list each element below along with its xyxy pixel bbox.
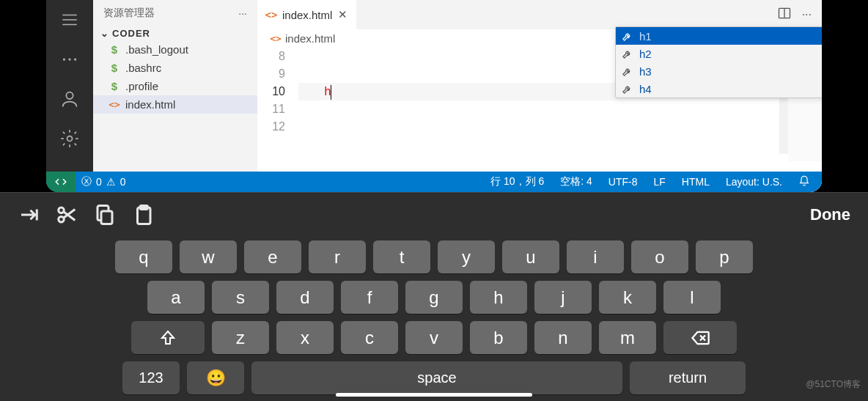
key-u[interactable]: u [502,240,559,273]
account-icon[interactable] [59,88,81,110]
warning-icon[interactable]: ⚠ [106,176,116,188]
svg-point-0 [63,58,65,60]
file--bashrc[interactable]: $.bashrc [93,59,257,77]
language-mode[interactable]: HTML [682,176,710,188]
key-r[interactable]: r [309,240,366,273]
tab-bar: <> index.html ✕ ··· [257,0,822,29]
svg-point-2 [74,58,76,60]
file--profile[interactable]: $.profile [93,77,257,95]
editor-area: <> index.html ✕ ··· <> index.html 891011… [257,0,822,192]
code-line-11[interactable] [298,100,822,118]
key-123[interactable]: 123 [122,361,180,394]
key-k[interactable]: k [599,281,656,314]
key-h[interactable]: h [470,281,527,314]
status-bar: ⓧ0 ⚠0 行 10，列 6 空格: 4 UTF-8 LF HTML Layou… [46,172,822,192]
key-return[interactable]: return [630,361,746,394]
key-t[interactable]: t [373,240,430,273]
suggestion-h2[interactable]: h2 [616,45,822,62]
sidebar-more-icon[interactable]: ··· [238,7,247,19]
file-name: .profile [125,80,158,92]
file-icon: $ [109,43,119,56]
file-name: .bashrc [125,62,161,74]
svg-point-1 [68,58,70,60]
suggestion-popup: h1Emmet Abbreviationh2h3h4 [615,26,822,98]
more-icon[interactable] [59,48,81,70]
key-m[interactable]: m [599,321,656,354]
key-s[interactable]: s [212,281,269,314]
paste-clipboard-icon[interactable] [132,204,154,226]
key-a[interactable]: a [147,281,205,314]
menu-icon[interactable] [59,9,81,31]
suggestion-label: h2 [639,48,652,60]
key-q[interactable]: q [115,240,172,273]
notifications-bell-icon[interactable] [798,175,810,189]
suggestion-h3[interactable]: h3 [616,62,822,80]
key-e[interactable]: e [244,240,301,273]
file-index-html[interactable]: <>index.html [93,95,257,114]
key-i[interactable]: i [567,240,624,273]
settings-gear-icon[interactable] [59,128,81,150]
tab-key-icon[interactable] [18,204,40,226]
explorer-sidebar: 资源管理器 ··· ⌄ CODER $.bash_logout$.bashrc$… [93,0,257,192]
copy-icon[interactable] [94,204,116,226]
wrench-icon [622,48,633,59]
suggestion-label: h4 [639,83,652,95]
cut-scissors-icon[interactable] [56,204,78,226]
tab-index-html[interactable]: <> index.html ✕ [257,0,356,29]
sidebar-title: 资源管理器 [103,7,155,20]
key-c[interactable]: c [341,321,398,354]
key-n[interactable]: n [534,321,592,354]
done-button[interactable]: Done [810,205,850,224]
key-x[interactable]: x [276,321,334,354]
watermark: @51CTO博客 [806,378,861,391]
error-count[interactable]: 0 [96,176,102,188]
file-name: index.html [125,98,175,111]
tab-close-icon[interactable]: ✕ [338,8,347,21]
key-j[interactable]: j [534,281,592,314]
encoding[interactable]: UTF-8 [608,176,638,188]
chevron-down-icon: ⌄ [100,28,109,39]
svg-point-3 [66,92,73,99]
key-g[interactable]: g [405,281,463,314]
key-l[interactable]: l [663,281,721,314]
key-v[interactable]: v [405,321,463,354]
key-y[interactable]: y [438,240,495,273]
file-icon: $ [109,62,119,74]
key-b[interactable]: b [470,321,527,354]
svg-point-4 [67,136,73,141]
remote-indicator-icon[interactable] [46,172,76,192]
html-file-icon: <> [271,33,281,44]
cursor-position[interactable]: 行 10，列 6 [490,175,544,188]
key-shift[interactable] [131,321,205,354]
key-p[interactable]: p [696,240,753,273]
key-backspace[interactable] [663,321,737,354]
wrench-icon [622,84,633,95]
tab-more-icon[interactable]: ··· [802,8,812,21]
split-editor-icon[interactable] [777,6,792,23]
file-icon: $ [109,80,119,92]
key-o[interactable]: o [631,240,688,273]
key-w[interactable]: w [180,240,237,273]
key-z[interactable]: z [212,321,269,354]
breadcrumb-label: index.html [285,32,335,45]
wrench-icon [622,66,633,77]
folder-header[interactable]: ⌄ CODER [93,26,257,40]
key-emoji[interactable]: 😀 [187,361,244,394]
error-icon[interactable]: ⓧ [81,175,92,188]
suggestion-h4[interactable]: h4 [616,80,822,98]
suggestion-h1[interactable]: h1Emmet Abbreviation [616,27,822,45]
key-f[interactable]: f [341,281,398,314]
activity-bar [46,0,93,192]
code-line-12[interactable] [298,118,822,136]
key-d[interactable]: d [276,281,334,314]
home-indicator[interactable] [336,393,532,397]
folder-name: CODER [112,28,150,39]
warning-count[interactable]: 0 [120,176,126,188]
eol[interactable]: LF [653,176,665,188]
file--bash_logout[interactable]: $.bash_logout [93,40,257,59]
indentation[interactable]: 空格: 4 [560,175,592,188]
key-space[interactable]: space [251,361,622,394]
svg-point-6 [59,207,65,213]
keyboard-layout[interactable]: Layout: U.S. [726,176,782,188]
svg-point-7 [59,216,65,222]
